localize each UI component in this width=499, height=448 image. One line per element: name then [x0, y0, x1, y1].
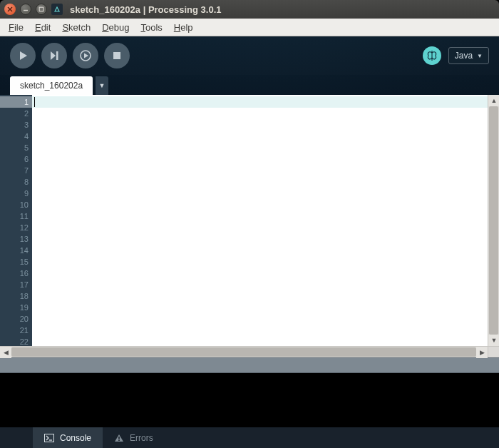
line-number[interactable]: 11 — [0, 210, 32, 222]
line-number[interactable]: 5 — [0, 142, 32, 153]
menu-tools[interactable]: Tools — [135, 21, 168, 34]
svg-rect-14 — [118, 437, 120, 439]
line-number[interactable]: 9 — [0, 188, 32, 199]
line-number[interactable]: 2 — [0, 108, 32, 119]
console-tab[interactable]: Console — [33, 427, 103, 448]
present-button[interactable] — [73, 43, 98, 68]
line-number[interactable]: 1 — [0, 96, 32, 108]
chevron-down-icon: ▼ — [477, 53, 483, 59]
line-number[interactable]: 3 — [0, 119, 32, 131]
horizontal-scroll-track[interactable] — [11, 347, 476, 357]
console-output[interactable] — [0, 373, 499, 427]
vertical-scrollbar[interactable]: ▲ ▼ — [488, 95, 499, 346]
stop-icon — [113, 51, 121, 60]
menu-debug[interactable]: Debug — [96, 21, 135, 34]
line-number[interactable]: 12 — [0, 222, 32, 233]
window-maximize-button[interactable] — [36, 4, 47, 15]
toolbar: Java ▼ — [0, 36, 499, 75]
menubar: File Edit Sketch Debug Tools Help — [0, 19, 499, 36]
play-icon — [18, 51, 28, 61]
scroll-left-arrow-icon[interactable]: ◀ — [0, 347, 11, 358]
line-number[interactable]: 8 — [0, 176, 32, 188]
svg-rect-3 — [39, 7, 43, 11]
warning-icon — [114, 433, 124, 443]
close-icon — [7, 6, 13, 12]
step-icon — [49, 51, 59, 61]
svg-rect-6 — [56, 51, 58, 60]
scrollbar-corner — [488, 346, 499, 357]
scroll-down-arrow-icon[interactable]: ▼ — [488, 335, 499, 346]
line-number[interactable]: 10 — [0, 199, 32, 210]
line-number[interactable]: 17 — [0, 279, 32, 290]
line-number[interactable]: 21 — [0, 325, 32, 336]
mode-label: Java — [455, 51, 473, 61]
line-number[interactable]: 20 — [0, 313, 32, 325]
line-number[interactable]: 6 — [0, 153, 32, 165]
line-number[interactable]: 18 — [0, 290, 32, 302]
vertical-scroll-thumb[interactable] — [489, 106, 498, 335]
line-number[interactable]: 4 — [0, 131, 32, 142]
editor-area: 12345678910111213141516171819202122 ▲ ▼ — [0, 95, 499, 346]
sketch-tabstrip: sketch_160202a ▼ — [0, 75, 499, 95]
step-button[interactable] — [41, 43, 67, 68]
window-title: sketch_160202a | Processing 3.0.1 — [70, 4, 222, 15]
svg-rect-9 — [113, 52, 120, 59]
chevron-down-icon: ▼ — [99, 82, 106, 89]
svg-rect-15 — [118, 439, 120, 441]
scroll-up-arrow-icon[interactable]: ▲ — [488, 95, 499, 106]
line-number[interactable]: 19 — [0, 302, 32, 313]
debugger-toggle-button[interactable] — [423, 46, 441, 65]
window-minimize-button[interactable] — [20, 4, 31, 15]
play-circle-icon — [80, 50, 91, 61]
menu-sketch[interactable]: Sketch — [56, 21, 96, 34]
text-caret — [34, 97, 35, 107]
sketch-tab-active[interactable]: sketch_160202a — [10, 76, 93, 95]
window-close-button[interactable] — [4, 4, 16, 15]
console-tab-label: Console — [60, 433, 91, 443]
maximize-icon — [38, 6, 44, 12]
svg-marker-8 — [84, 54, 88, 58]
errors-tab-label: Errors — [130, 433, 153, 443]
line-number[interactable]: 14 — [0, 245, 32, 256]
menu-file[interactable]: File — [3, 21, 29, 34]
minimize-icon — [23, 6, 29, 12]
horizontal-scrollbar[interactable]: ◀ ▶ — [0, 346, 488, 357]
butterfly-icon — [426, 50, 438, 61]
status-divider[interactable] — [0, 357, 499, 373]
horizontal-scroll-thumb[interactable] — [11, 347, 476, 357]
line-number[interactable]: 16 — [0, 268, 32, 279]
bottom-tabbar: Console Errors — [0, 427, 499, 448]
console-icon — [44, 433, 54, 443]
horizontal-scrollbar-strip: ◀ ▶ — [0, 346, 499, 357]
sketch-tab-label: sketch_160202a — [20, 81, 83, 91]
svg-marker-5 — [51, 51, 56, 60]
window-titlebar: sketch_160202a | Processing 3.0.1 — [0, 0, 499, 19]
run-button[interactable] — [10, 43, 36, 68]
line-number[interactable]: 13 — [0, 233, 32, 245]
tab-menu-button[interactable]: ▼ — [96, 76, 108, 95]
menu-edit[interactable]: Edit — [29, 21, 56, 34]
scroll-right-arrow-icon[interactable]: ▶ — [476, 347, 488, 358]
line-number[interactable]: 7 — [0, 165, 32, 176]
mode-selector[interactable]: Java ▼ — [448, 47, 489, 64]
stop-button[interactable] — [104, 43, 130, 68]
svg-marker-4 — [20, 51, 27, 60]
svg-rect-11 — [45, 434, 54, 442]
line-number[interactable]: 15 — [0, 256, 32, 268]
menu-help[interactable]: Help — [168, 21, 199, 34]
code-editor[interactable] — [32, 95, 488, 346]
errors-tab[interactable]: Errors — [103, 427, 165, 448]
app-icon — [51, 4, 63, 15]
line-gutter[interactable]: 12345678910111213141516171819202122 — [0, 95, 32, 346]
current-line-highlight — [32, 96, 488, 108]
